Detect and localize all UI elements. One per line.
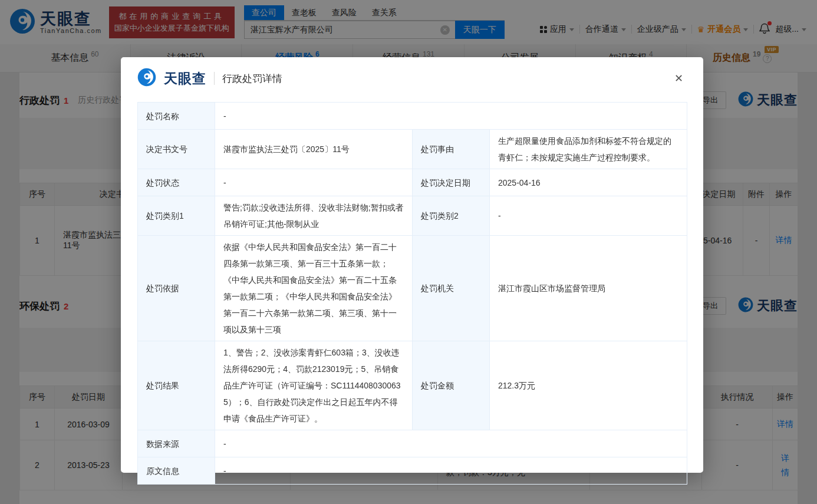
field-value: 212.3万元 xyxy=(490,341,687,430)
field-label: 原文信息 xyxy=(138,457,215,485)
field-label: 处罚机关 xyxy=(413,236,490,341)
field-label: 处罚状态 xyxy=(138,169,215,196)
detail-row: 处罚状态 - 处罚决定日期 2025-04-16 xyxy=(138,169,687,196)
field-label: 处罚类别2 xyxy=(413,196,490,236)
field-value: 湛江市霞山区市场监督管理局 xyxy=(490,236,687,341)
field-label: 处罚事由 xyxy=(413,130,490,169)
field-label: 处罚名称 xyxy=(138,103,215,130)
field-label: 数据来源 xyxy=(138,430,215,457)
modal-brand: 天眼查 xyxy=(164,70,206,88)
close-icon[interactable]: ✕ xyxy=(671,70,687,87)
field-value: - xyxy=(215,457,687,485)
divider xyxy=(214,72,215,85)
detail-row: 处罚名称 - xyxy=(138,103,687,130)
detail-row: 处罚类别1 警告;罚款;没收违法所得、没收非法财物;暂扣或者吊销许可证;其他-限… xyxy=(138,196,687,236)
field-label: 决定书文号 xyxy=(138,130,215,169)
penalty-detail-table: 处罚名称 - 决定书文号 湛霞市监执法三处罚〔2025〕11号 处罚事由 生产超… xyxy=(137,102,687,485)
field-label: 处罚金额 xyxy=(413,341,490,430)
detail-row: 原文信息 - xyxy=(138,457,687,485)
field-value: 2025-04-16 xyxy=(490,169,687,196)
detail-row: 处罚结果 1、警告；2、没收涉案青虾仁603箱；3、没收违法所得6290元；4、… xyxy=(138,341,687,430)
modal-title: 行政处罚详情 xyxy=(222,72,282,85)
field-value: - xyxy=(215,103,687,130)
field-value: 湛霞市监执法三处罚〔2025〕11号 xyxy=(215,130,413,169)
field-value: 生产超限量使用食品添加剂和标签不符合规定的青虾仁；未按规定实施生产过程控制要求。 xyxy=(490,130,687,169)
detail-row: 处罚依据 依据《中华人民共和国食品安全法》第一百二十四条第一款第三项、第一百三十… xyxy=(138,236,687,341)
field-value: - xyxy=(215,169,413,196)
field-label: 处罚结果 xyxy=(138,341,215,430)
field-value: 1、警告；2、没收涉案青虾仁603箱；3、没收违法所得6290元；4、罚款212… xyxy=(215,341,413,430)
modal-logo-swirl-icon xyxy=(137,68,156,89)
field-value: 警告;罚款;没收违法所得、没收非法财物;暂扣或者吊销许可证;其他-限制从业 xyxy=(215,196,413,236)
field-label: 处罚类别1 xyxy=(138,196,215,236)
modal-header: 天眼查 行政处罚详情 ✕ xyxy=(137,57,687,94)
field-label: 处罚依据 xyxy=(138,236,215,341)
field-value: - xyxy=(215,430,687,457)
field-label: 处罚决定日期 xyxy=(413,169,490,196)
penalty-detail-modal: 天眼查 行政处罚详情 ✕ 处罚名称 - 决定书文号 湛霞市监执法三处罚〔2025… xyxy=(121,57,703,473)
detail-row: 决定书文号 湛霞市监执法三处罚〔2025〕11号 处罚事由 生产超限量使用食品添… xyxy=(138,130,687,169)
field-value: - xyxy=(490,196,687,236)
detail-row: 数据来源 - xyxy=(138,430,687,457)
field-value: 依据《中华人民共和国食品安全法》第一百二十四条第一款第三项、第一百三十五条第一款… xyxy=(215,236,413,341)
